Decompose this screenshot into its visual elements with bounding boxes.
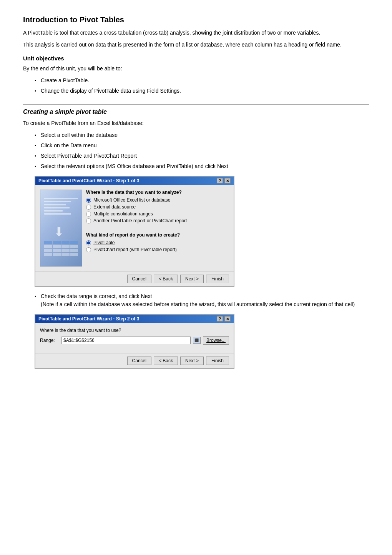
- wizard1-help-icon[interactable]: ?: [217, 178, 223, 183]
- img-line: [44, 204, 66, 205]
- wizard-step2-dialog: PivotTable and PivotChart Wizard - Step …: [35, 314, 234, 369]
- wizard1-question1: Where is the data that you want to analy…: [86, 190, 229, 195]
- img-line: [44, 198, 78, 199]
- wizard1-title-icons: ? ✕: [217, 178, 231, 183]
- wizard2-title: PivotTable and PivotChart Wizard - Step …: [38, 316, 139, 322]
- tcell: [70, 245, 78, 248]
- wizard2-footer: Cancel < Back Next > Finish: [35, 353, 234, 368]
- img-line: [44, 213, 71, 215]
- wizard1-title: PivotTable and PivotChart Wizard - Step …: [38, 178, 139, 183]
- wizard1-options1-group: Microsoft Office Excel list or database …: [86, 197, 229, 223]
- tcell: [53, 253, 61, 256]
- radio-label-pivotchart: PivotChart report (with PivotTable repor…: [93, 247, 177, 252]
- tcell: [61, 241, 70, 244]
- tcell: [53, 241, 61, 244]
- list-item: Select PivotTable and PivotChart Report: [35, 152, 369, 160]
- section2-intro: To create a PivotTable from an Excel lis…: [23, 119, 369, 127]
- wizard2-title-icons: ? ✕: [217, 316, 231, 322]
- radio-label-multiple-consolidation: Multiple consolidation ranges: [93, 211, 153, 217]
- wizard1-close-icon[interactable]: ✕: [224, 178, 231, 183]
- tcell: [61, 253, 70, 256]
- wizard1-back-button[interactable]: < Back: [154, 275, 178, 283]
- wizard1-section-divider: [86, 229, 229, 229]
- radio-label-another-pivottable: Another PivotTable report or PivotChart …: [93, 218, 187, 223]
- img-line: [44, 207, 70, 208]
- radio-another-pivottable[interactable]: [86, 218, 91, 223]
- wizard1-arrow-icon: ⬇: [54, 225, 64, 239]
- wizard1-illustration: ⬇: [40, 190, 82, 267]
- tcell: [70, 253, 78, 256]
- list-item: Select a cell within the database: [35, 131, 369, 139]
- wizard1-content: Where is the data that you want to analy…: [86, 190, 229, 267]
- table-row: [44, 249, 78, 252]
- after-wizard1-note: (Note if a cell within the database was …: [41, 301, 355, 307]
- tcell: [53, 249, 61, 252]
- table-row: [44, 253, 78, 256]
- table-row: [44, 245, 78, 248]
- list-item: Create a PivotTable.: [35, 77, 369, 85]
- section2-heading: Creating a simple pivot table: [23, 108, 369, 115]
- wizard1-cancel-button[interactable]: Cancel: [127, 275, 151, 283]
- img-line: [44, 201, 71, 202]
- list-item: Check the data range is correct, and cli…: [35, 292, 369, 308]
- radio-pivottable[interactable]: [86, 240, 91, 245]
- wizard2-browse-button[interactable]: Browse...: [203, 336, 229, 345]
- wizard2-help-icon[interactable]: ?: [217, 316, 223, 322]
- wizard2-range-row: Range: ⬛ Browse...: [40, 336, 229, 345]
- wizard1-table-preview: [44, 241, 78, 262]
- wizard2-next-button[interactable]: Next >: [180, 357, 204, 365]
- wizard2-range-input[interactable]: [61, 337, 191, 344]
- wizard1-option1-3[interactable]: Another PivotTable report or PivotChart …: [86, 218, 229, 223]
- wizard2-question: Where is the data that you want to use?: [40, 328, 229, 333]
- radio-microsoft-excel[interactable]: [86, 198, 91, 203]
- list-item: Change the display of PivotTable data us…: [35, 87, 369, 95]
- wizard1-titlebar: PivotTable and PivotChart Wizard - Step …: [35, 177, 234, 185]
- wizard1-options2-group: PivotTable PivotChart report (with Pivot…: [86, 240, 229, 252]
- wizard1-illustration-lines: [44, 198, 78, 216]
- wizard1-option2-0[interactable]: PivotTable: [86, 240, 229, 245]
- table-header-row: [44, 241, 78, 244]
- wizard1-option1-2[interactable]: Multiple consolidation ranges: [86, 211, 229, 217]
- wizard2-back-button[interactable]: < Back: [154, 357, 178, 365]
- wizard2-range-label: Range:: [40, 338, 59, 343]
- wizard1-question2: What kind of report do you want to creat…: [86, 232, 229, 238]
- wizard2-cancel-button[interactable]: Cancel: [127, 357, 151, 365]
- after-wizard1-list: Check the data range is correct, and cli…: [23, 292, 369, 308]
- wizard2-finish-button[interactable]: Finish: [206, 357, 229, 365]
- wizard1-body: ⬇: [35, 185, 234, 271]
- wizard2-body: Where is the data that you want to use? …: [35, 323, 234, 353]
- unit-objectives-list: Create a PivotTable. Change the display …: [23, 77, 369, 95]
- radio-label-external-data: External data source: [93, 204, 136, 210]
- img-line: [44, 210, 63, 212]
- radio-multiple-consolidation[interactable]: [86, 212, 91, 217]
- section2-steps-list: Select a cell within the database Click …: [23, 131, 369, 170]
- list-item: Click on the Data menu: [35, 142, 369, 150]
- wizard-step1-dialog: PivotTable and PivotChart Wizard - Step …: [35, 176, 234, 287]
- tcell: [44, 253, 52, 256]
- wizard1-finish-button[interactable]: Finish: [206, 275, 229, 283]
- radio-label-microsoft-excel: Microsoft Office Excel list or database: [93, 197, 171, 203]
- tcell: [61, 245, 70, 248]
- unit-objectives-heading: Unit objectives: [23, 55, 369, 62]
- list-item: Select the relevant options (MS Office d…: [35, 162, 369, 170]
- wizard1-option1-0[interactable]: Microsoft Office Excel list or database: [86, 197, 229, 203]
- tcell: [61, 249, 70, 252]
- wizard2-collapse-icon[interactable]: ⬛: [193, 337, 201, 344]
- section-divider: [23, 104, 369, 105]
- tcell: [44, 241, 52, 244]
- wizard1-option1-1[interactable]: External data source: [86, 204, 229, 210]
- wizard1-next-button[interactable]: Next >: [180, 275, 204, 283]
- page-title: Introduction to Pivot Tables: [23, 15, 369, 24]
- radio-pivotchart[interactable]: [86, 247, 91, 252]
- tcell: [44, 249, 52, 252]
- wizard2-close-icon[interactable]: ✕: [224, 316, 231, 322]
- radio-label-pivottable: PivotTable: [93, 240, 115, 245]
- intro-paragraph-2: This analysis is carried out on data tha…: [23, 41, 369, 49]
- wizard2-titlebar: PivotTable and PivotChart Wizard - Step …: [35, 315, 234, 323]
- tcell: [70, 241, 78, 244]
- tcell: [70, 249, 78, 252]
- radio-external-data[interactable]: [86, 205, 91, 210]
- wizard1-option2-1[interactable]: PivotChart report (with PivotTable repor…: [86, 247, 229, 252]
- tcell: [44, 245, 52, 248]
- tcell: [53, 245, 61, 248]
